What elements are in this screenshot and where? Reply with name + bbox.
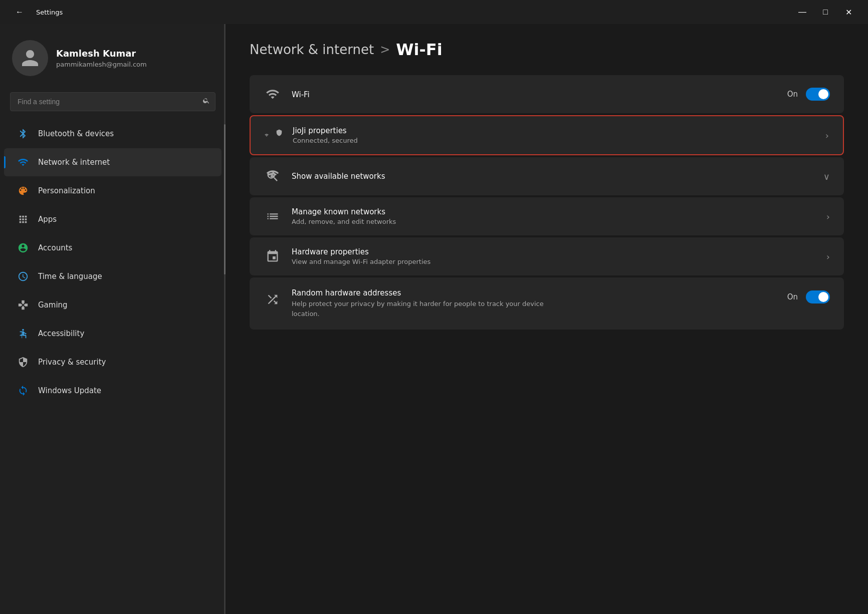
sidebar: Kamlesh Kumar pammikamlesh@gmail.com [0, 24, 226, 614]
search-input[interactable] [10, 92, 215, 111]
network-icon [16, 155, 30, 169]
random-hw-subtitle: Help protect your privacy by making it h… [292, 299, 552, 319]
minimize-button[interactable]: — [791, 4, 814, 21]
manage-networks-right: › [826, 211, 830, 222]
accessibility-icon [16, 327, 30, 341]
manage-networks-icon [264, 207, 282, 225]
sidebar-item-label-windows-update: Windows Update [38, 386, 101, 395]
sidebar-item-label-accessibility: Accessibility [38, 329, 84, 338]
jioji-text: JioJi properties Connected, secured [293, 126, 815, 144]
user-email: pammikamlesh@gmail.com [56, 61, 147, 68]
jioji-title: JioJi properties [293, 126, 815, 135]
user-icon [20, 48, 40, 68]
windows-update-icon [16, 384, 30, 398]
sidebar-item-accounts[interactable]: Accounts [4, 234, 222, 262]
time-icon [16, 269, 30, 283]
show-networks-chevron-icon: ∨ [823, 171, 830, 182]
manage-networks-text: Manage known networks Add, remove, and e… [292, 207, 816, 225]
wifi-toggle-right: On [787, 88, 830, 101]
gaming-icon [16, 298, 30, 312]
hardware-props-subtitle: View and manage Wi-Fi adapter properties [292, 258, 816, 265]
show-networks-card[interactable]: Show available networks ∨ [250, 157, 844, 195]
breadcrumb-separator: > [380, 43, 390, 57]
random-hw-toggle-label: On [787, 292, 798, 301]
close-button[interactable]: ✕ [837, 4, 860, 21]
random-hw-title: Random hardware addresses [292, 288, 777, 297]
breadcrumb-parent[interactable]: Network & internet [250, 42, 374, 57]
sidebar-item-apps[interactable]: Apps [4, 205, 222, 233]
show-networks-right: ∨ [823, 171, 830, 182]
manage-networks-subtitle: Add, remove, and edit networks [292, 218, 816, 225]
sidebar-scroll-thumb [224, 124, 226, 274]
manage-networks-title: Manage known networks [292, 207, 816, 216]
search-box [10, 92, 215, 111]
sidebar-item-bluetooth[interactable]: Bluetooth & devices [4, 120, 222, 148]
avatar [12, 40, 48, 76]
hardware-props-card[interactable]: Hardware properties View and manage Wi-F… [250, 237, 844, 275]
sidebar-item-gaming[interactable]: Gaming [4, 291, 222, 319]
hardware-props-chevron-icon: › [826, 251, 830, 262]
search-icon-button[interactable] [202, 97, 210, 107]
wifi-label: Wi-Fi [292, 90, 777, 99]
breadcrumb-current: Wi-Fi [396, 40, 442, 59]
sidebar-item-label-apps: Apps [38, 215, 57, 224]
show-networks-text: Show available networks [292, 172, 813, 181]
sidebar-item-label-bluetooth: Bluetooth & devices [38, 129, 114, 138]
user-info: Kamlesh Kumar pammikamlesh@gmail.com [56, 48, 147, 68]
sidebar-item-network[interactable]: Network & internet [4, 148, 222, 176]
wifi-icon [264, 85, 282, 103]
manage-networks-card[interactable]: Manage known networks Add, remove, and e… [250, 197, 844, 235]
wifi-toggle-card: Wi-Fi On [250, 75, 844, 113]
content-area: Network & internet > Wi-Fi Wi-Fi On [226, 24, 868, 614]
title-bar: ← Settings — □ ✕ [0, 0, 868, 24]
hardware-props-icon [264, 247, 282, 265]
sidebar-item-privacy[interactable]: Privacy & security [4, 348, 222, 376]
maximize-button[interactable]: □ [814, 4, 837, 21]
sidebar-item-label-privacy: Privacy & security [38, 358, 106, 367]
show-networks-icon [264, 167, 282, 185]
show-networks-title: Show available networks [292, 172, 813, 181]
user-name: Kamlesh Kumar [56, 48, 147, 59]
manage-networks-chevron-icon: › [826, 211, 830, 222]
hardware-props-title: Hardware properties [292, 247, 816, 256]
privacy-icon [16, 355, 30, 369]
accounts-icon [16, 241, 30, 255]
sidebar-item-label-personalization: Personalization [38, 186, 95, 195]
sidebar-item-time[interactable]: Time & language [4, 262, 222, 290]
back-button[interactable]: ← [8, 4, 31, 21]
bluetooth-icon [16, 127, 30, 141]
jioji-wifi-icon [265, 126, 283, 144]
sidebar-item-personalization[interactable]: Personalization [4, 177, 222, 205]
random-hw-toggle[interactable] [806, 290, 830, 303]
jioji-chevron-icon: › [825, 130, 829, 141]
sidebar-item-label-time: Time & language [38, 272, 102, 281]
jioji-card[interactable]: JioJi properties Connected, secured › [250, 115, 844, 155]
sidebar-item-label-network: Network & internet [38, 158, 110, 167]
nav-menu: Bluetooth & devices Network & internet P… [0, 119, 226, 405]
shield-overlay-icon [276, 129, 283, 136]
user-profile[interactable]: Kamlesh Kumar pammikamlesh@gmail.com [0, 24, 226, 88]
hardware-props-text: Hardware properties View and manage Wi-F… [292, 247, 816, 265]
title-bar-left: ← Settings [8, 4, 63, 21]
wifi-toggle[interactable] [806, 88, 830, 101]
svg-point-0 [22, 329, 24, 331]
app-body: Kamlesh Kumar pammikamlesh@gmail.com [0, 24, 868, 614]
hardware-props-right: › [826, 251, 830, 262]
sidebar-item-accessibility[interactable]: Accessibility [4, 320, 222, 348]
jioji-subtitle: Connected, secured [293, 137, 815, 144]
random-hw-right: On [787, 290, 830, 303]
personalization-icon [16, 184, 30, 198]
breadcrumb: Network & internet > Wi-Fi [250, 40, 844, 59]
window-controls: — □ ✕ [791, 4, 860, 21]
wifi-title: Wi-Fi [292, 90, 310, 99]
sidebar-item-label-gaming: Gaming [38, 300, 68, 310]
random-hw-card: Random hardware addresses Help protect y… [250, 277, 844, 330]
random-hw-text: Random hardware addresses Help protect y… [292, 288, 777, 319]
sidebar-item-windows-update[interactable]: Windows Update [4, 377, 222, 405]
apps-icon [16, 212, 30, 226]
random-hw-icon [264, 290, 282, 309]
search-icon [202, 97, 210, 105]
jioji-right: › [825, 130, 829, 141]
sidebar-item-label-accounts: Accounts [38, 243, 72, 252]
wifi-toggle-label: On [787, 90, 798, 99]
